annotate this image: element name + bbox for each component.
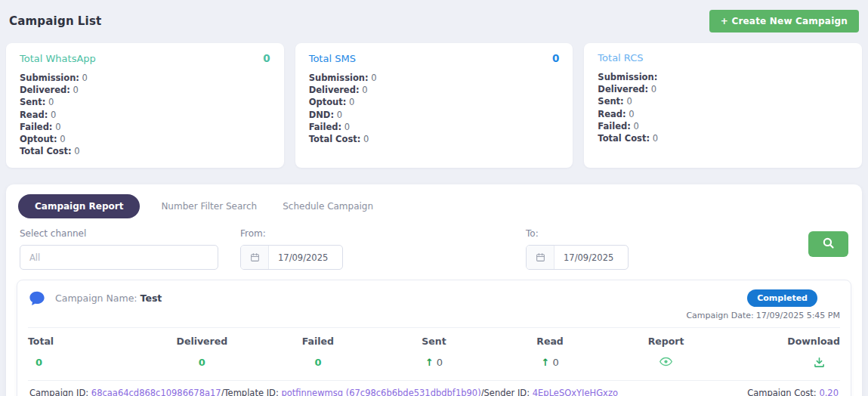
stat-value: 0 xyxy=(60,134,65,144)
sender-id-value[interactable]: 4EpLeSOxYIeHGxzo xyxy=(533,388,618,396)
campaign-date-label: Campaign Date: xyxy=(686,311,753,320)
card-rcs-header: Total RCS xyxy=(598,52,848,63)
stat-label: Total Cost: xyxy=(20,146,72,156)
up-arrow-icon: ↑ xyxy=(541,357,549,368)
stat-row: Total Cost: 0 xyxy=(20,145,270,157)
stat-value: 0 xyxy=(362,85,367,95)
card-total-rcs: Total RCS Submission: Delivered: 0 Sent:… xyxy=(584,43,862,168)
stat-label: Sent: xyxy=(20,97,45,107)
stat-label: Sent: xyxy=(598,96,623,107)
template-id-label: /Template ID: xyxy=(221,388,282,396)
stat-label: Submission: xyxy=(598,72,657,82)
tab-bar: Campaign Report Number Filter Search Sch… xyxy=(17,194,851,218)
search-icon xyxy=(822,237,835,252)
channel-label: Select channel xyxy=(20,228,218,239)
stat-value: 0 xyxy=(626,96,632,107)
top-bar: CampaignList + Create New Campaign xyxy=(6,10,862,32)
campaign-name-value: Test xyxy=(141,292,162,304)
stat-row: Failed: 0 xyxy=(598,120,848,132)
eye-icon xyxy=(659,357,672,369)
stat-label: Total Cost: xyxy=(309,134,361,144)
stat-label: Optout: xyxy=(20,134,57,144)
stat-label: Optout: xyxy=(309,97,347,107)
stat-row: Optout: 0 xyxy=(309,96,560,108)
card-whatsapp-count: 0 xyxy=(263,52,270,64)
stat-row: Read: 0 xyxy=(20,109,270,121)
stat-value: 0 xyxy=(51,110,56,120)
download-cell xyxy=(724,357,840,370)
channel-filter: Select channel All xyxy=(20,228,218,270)
filter-row: Select channel All From: 17/09/2025 To: xyxy=(17,228,851,270)
campaign-stats-table: Total Delivered Failed Sent Read Report … xyxy=(28,336,840,370)
read-value: 0 xyxy=(552,357,558,368)
stat-row: Submission: 0 xyxy=(20,72,270,84)
campaign-cost-value: 0.20 xyxy=(819,388,839,396)
page-title: CampaignList xyxy=(9,14,101,28)
campaign-cost-label: Campaign Cost: xyxy=(747,388,819,396)
card-total-whatsapp: Total WhatsApp 0 Submission: 0 Delivered… xyxy=(6,43,284,168)
stat-value: 0 xyxy=(629,109,634,119)
report-cell xyxy=(608,357,724,370)
calendar-icon[interactable] xyxy=(527,246,554,269)
stat-row: Delivered: 0 xyxy=(309,84,560,96)
calendar-icon[interactable] xyxy=(241,246,269,269)
stat-row: Sent: 0 xyxy=(598,95,848,107)
from-date-input[interactable]: 17/09/2025 xyxy=(240,245,343,270)
from-label: From: xyxy=(240,228,343,239)
stat-row: Total Cost: 0 xyxy=(309,133,560,145)
stat-label: Read: xyxy=(598,109,626,119)
stat-row: Total Cost: 0 xyxy=(598,132,848,144)
stat-row: DND: 0 xyxy=(309,109,560,121)
card-sms-title: Total SMS xyxy=(309,53,356,64)
stat-row: Failed: 0 xyxy=(20,121,270,133)
page: CampaignList + Create New Campaign Total… xyxy=(0,0,868,396)
tab-number-filter-search[interactable]: Number Filter Search xyxy=(156,194,261,218)
view-report-button[interactable] xyxy=(659,357,672,369)
stat-value: 0 xyxy=(73,85,78,95)
card-rcs-title: Total RCS xyxy=(598,52,643,63)
column-header-total: Total xyxy=(28,336,144,347)
search-button[interactable] xyxy=(808,231,848,257)
stat-value: 0 xyxy=(337,110,342,120)
to-date-value: 17/09/2025 xyxy=(554,246,622,269)
stat-row: Delivered: 0 xyxy=(20,84,270,96)
stat-label: Failed: xyxy=(598,121,630,131)
tab-schedule-campaign[interactable]: Schedule Campaign xyxy=(278,194,378,218)
delivered-value: 0 xyxy=(144,357,261,370)
stat-row: Submission: 0 xyxy=(309,72,560,84)
stat-value: 0 xyxy=(55,122,60,132)
stat-value: 0 xyxy=(653,133,658,144)
stat-label: Delivered: xyxy=(598,84,648,94)
stat-value: 0 xyxy=(349,97,354,107)
column-header-failed: Failed xyxy=(260,336,376,347)
failed-value: 0 xyxy=(260,357,376,370)
stat-row: Sent: 0 xyxy=(20,96,270,108)
campaign-panel: Campaign Report Number Filter Search Sch… xyxy=(6,184,862,396)
campaign-id-value[interactable]: 68caa64cd868c10986678a17 xyxy=(91,388,221,396)
stat-label: Delivered: xyxy=(309,85,360,95)
template-id-value[interactable]: potfinnewmsg (67c98c6b6bde531dbdbf1b90) xyxy=(281,388,480,396)
from-date-value: 17/09/2025 xyxy=(269,246,337,269)
to-date-input[interactable]: 17/09/2025 xyxy=(526,245,629,270)
stat-label: Failed: xyxy=(20,122,52,132)
create-new-campaign-button[interactable]: + Create New Campaign xyxy=(709,10,859,32)
campaign-ids: Campaign ID: 68caa64cd868c10986678a17/Te… xyxy=(29,388,618,396)
from-date-filter: From: 17/09/2025 xyxy=(240,228,343,270)
column-header-delivered: Delivered xyxy=(144,336,261,347)
up-arrow-icon: ↑ xyxy=(425,357,434,368)
stat-value: 0 xyxy=(363,134,369,144)
page-title-bold: Campaign xyxy=(9,14,74,28)
download-report-button[interactable] xyxy=(814,357,825,370)
tab-campaign-report[interactable]: Campaign Report xyxy=(18,194,140,218)
column-header-report: Report xyxy=(608,336,724,347)
stat-row: Failed: 0 xyxy=(309,121,560,133)
stat-value: 0 xyxy=(633,121,638,131)
read-value-cell: ↑0 xyxy=(492,357,608,370)
stat-label: Failed: xyxy=(309,122,341,132)
stat-value: 0 xyxy=(344,122,350,132)
column-header-read: Read xyxy=(492,336,608,347)
channel-select[interactable]: All xyxy=(20,245,218,270)
stat-value: 0 xyxy=(371,73,376,83)
column-header-sent: Sent xyxy=(376,336,493,347)
sender-id-label: /Sender ID: xyxy=(481,388,533,396)
